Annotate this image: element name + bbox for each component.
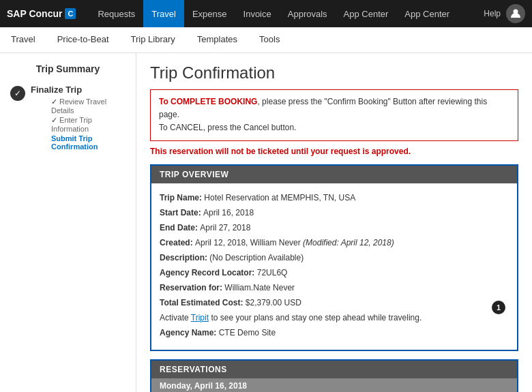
created-label: Created: <box>160 238 195 247</box>
nav-invoice[interactable]: Invoice <box>235 0 280 27</box>
main-layout: Trip Summary ✓ Finalize Trip Review Trav… <box>0 53 532 392</box>
trip-overview-header: TRIP OVERVIEW <box>151 166 517 183</box>
nav-app-center-2[interactable]: App Center <box>396 0 458 27</box>
step-sub-items: Review Travel Details Enter Trip Informa… <box>51 97 125 151</box>
subnav-travel[interactable]: Travel <box>0 27 46 52</box>
booking-info-box: To COMPLETE BOOKING, please press the "C… <box>150 89 518 141</box>
reservation-for-value: William.Nate Never <box>224 283 295 292</box>
total-cost-label: Total Estimated Cost: <box>160 298 246 307</box>
created-field: Created: April 12, 2018, William Never (… <box>160 237 509 249</box>
reservations-section: RESERVATIONS Monday, April 16, 2018 Cour… <box>150 359 518 392</box>
agency-name-value: CTE Demo Site <box>219 328 276 337</box>
finalize-trip-step: ✓ Finalize Trip Review Travel Details En… <box>10 85 125 152</box>
tripit-link[interactable]: Tripit <box>191 313 209 322</box>
nav-approvals[interactable]: Approvals <box>280 0 336 27</box>
start-date-label: Start Date: <box>160 208 203 217</box>
trip-name-field: Trip Name: Hotel Reservation at MEMPHIS,… <box>160 192 509 204</box>
logo-area: SAP Concur C <box>7 8 76 19</box>
trip-overview-section: TRIP OVERVIEW Trip Name: Hotel Reservati… <box>150 164 518 351</box>
sidebar-title: Trip Summary <box>10 63 125 74</box>
nav-app-center-1[interactable]: App Center <box>336 0 397 27</box>
agency-locator-value: 72UL6Q <box>257 268 288 277</box>
step-main-label: Finalize Trip <box>31 85 125 95</box>
end-date-field: End Date: April 27, 2018 <box>160 222 509 234</box>
subnav-price-to-beat[interactable]: Price-to-Beat <box>46 27 120 52</box>
nav-expense[interactable]: Expense <box>184 0 235 27</box>
sub-item-enter: Enter Trip Information <box>51 116 125 133</box>
end-date-value: April 27, 2018 <box>200 223 250 232</box>
agency-locator-field: Agency Record Locator: 72UL6Q <box>160 267 509 279</box>
logo-text: SAP Concur <box>7 8 62 19</box>
subnav-templates[interactable]: Templates <box>186 27 248 52</box>
description-label: Description: <box>160 253 209 262</box>
end-date-label: End Date: <box>160 223 200 232</box>
reservations-header: RESERVATIONS <box>151 361 517 378</box>
reservation-for-label: Reservation for: <box>160 283 224 292</box>
nav-requests[interactable]: Requests <box>89 0 143 27</box>
info-line2-text: To CANCEL, press the Cancel button. <box>159 123 296 132</box>
step-label: Finalize Trip Review Travel Details Ente… <box>31 85 125 152</box>
reservation-date-bar: Monday, April 16, 2018 <box>151 378 517 392</box>
start-date-field: Start Date: April 16, 2018 <box>160 207 509 219</box>
info-line-1: To COMPLETE BOOKING, please press the "C… <box>159 95 509 121</box>
description-value: (No Description Available) <box>209 253 304 262</box>
subnav-tools[interactable]: Tools <box>248 27 291 52</box>
agency-name-field: Agency Name: CTE Demo Site <box>160 327 509 339</box>
info-badge[interactable]: 1 <box>492 301 505 314</box>
subnav-trip-library[interactable]: Trip Library <box>120 27 186 52</box>
user-avatar[interactable] <box>506 4 525 23</box>
sub-item-review: Review Travel Details <box>51 97 125 115</box>
tripit-post: to see your plans and stay one step ahea… <box>209 313 422 322</box>
agency-name-label: Agency Name: <box>160 328 219 337</box>
created-value: April 12, 2018, William Never (Modified:… <box>195 238 394 247</box>
nav-items: Requests Travel Expense Invoice Approval… <box>89 0 484 27</box>
trip-summary-sidebar: Trip Summary ✓ Finalize Trip Review Trav… <box>0 53 136 392</box>
warning-text: This reservation will not be ticketed un… <box>150 147 518 156</box>
help-link[interactable]: Help <box>484 9 501 18</box>
trip-name-label: Trip Name: <box>160 193 204 202</box>
trip-name-value: Hotel Reservation at MEMPHIS, TN, USA <box>204 193 355 202</box>
tripit-pre: Activate <box>160 313 191 322</box>
modified-text: (Modified: April 12, 2018) <box>303 238 394 247</box>
total-cost-field: Total Estimated Cost: $2,379.00 USD <box>160 297 509 309</box>
logo-icon: C <box>65 8 76 19</box>
tripit-field: Activate Tripit to see your plans and st… <box>160 312 509 324</box>
start-date-value: April 16, 2018 <box>203 208 254 217</box>
total-cost-value: $2,379.00 USD <box>246 298 301 307</box>
trip-overview-body: Trip Name: Hotel Reservation at MEMPHIS,… <box>151 183 517 350</box>
nav-right: Help <box>484 4 525 23</box>
sub-navigation: Travel Price-to-Beat Trip Library Templa… <box>0 27 532 53</box>
sub-item-submit[interactable]: Submit Trip Confirmation <box>51 134 125 151</box>
page-title: Trip Confirmation <box>150 63 518 82</box>
step-check-icon: ✓ <box>10 86 25 101</box>
nav-travel[interactable]: Travel <box>143 0 184 27</box>
description-field: Description: (No Description Available) <box>160 252 509 264</box>
content-area: Trip Confirmation To COMPLETE BOOKING, p… <box>136 53 532 392</box>
reservation-for-field: Reservation for: William.Nate Never <box>160 282 509 294</box>
agency-locator-label: Agency Record Locator: <box>160 268 257 277</box>
complete-booking-label: To COMPLETE BOOKING <box>159 97 257 106</box>
top-navigation: SAP Concur C Requests Travel Expense Inv… <box>0 0 532 27</box>
info-line-2: To CANCEL, press the Cancel button. <box>159 121 509 134</box>
